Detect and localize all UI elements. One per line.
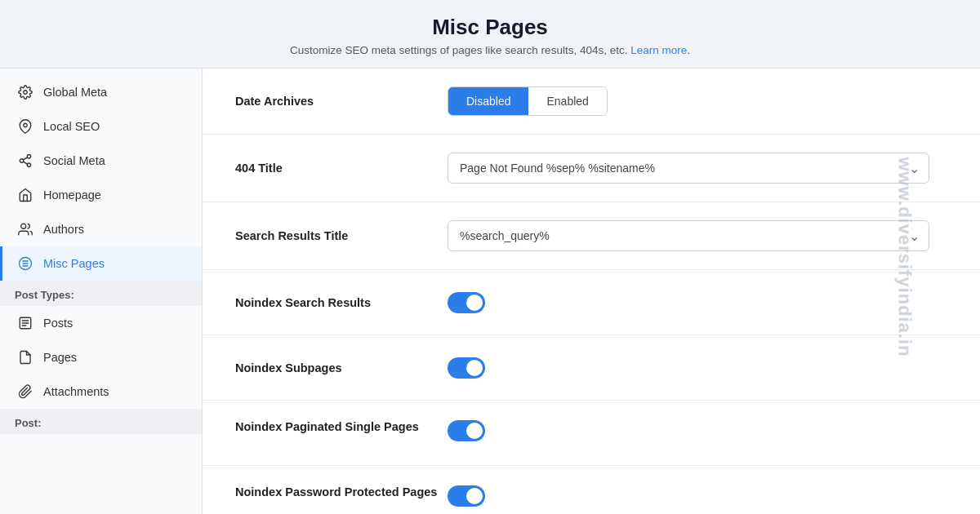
title-404-select[interactable]: Page Not Found %sep% %sitename% [448, 153, 929, 184]
page-description: Customize SEO meta settings of pages lik… [16, 44, 964, 56]
sidebar-item-authors[interactable]: Authors [0, 212, 202, 246]
toggle-thumb [466, 488, 483, 504]
toggle-track [448, 420, 485, 441]
users-icon [17, 221, 33, 237]
noindex-subpages-control [448, 357, 947, 379]
sidebar-item-label: Social Meta [43, 154, 105, 167]
svg-line-6 [23, 157, 27, 160]
date-archives-disabled-btn[interactable]: Disabled [448, 87, 528, 115]
search-results-title-select[interactable]: %search_query% [448, 220, 929, 251]
sidebar-item-label: Homepage [43, 188, 101, 202]
sidebar-item-posts[interactable]: Posts [0, 306, 202, 340]
noindex-subpages-toggle[interactable] [448, 357, 485, 379]
svg-point-7 [21, 224, 26, 228]
noindex-paginated-row: Noindex Paginated Single Pages [203, 401, 980, 466]
noindex-subpages-row: Noindex Subpages [203, 335, 980, 401]
sidebar: Global Meta Local SEO Social Meta Homepa… [0, 69, 203, 514]
date-archives-label: Date Archives [235, 95, 448, 108]
date-archives-enabled-btn[interactable]: Enabled [528, 87, 606, 115]
svg-point-1 [24, 123, 28, 127]
noindex-paginated-control [448, 420, 947, 441]
toggle-track [448, 292, 485, 313]
toggle-thumb [466, 295, 483, 311]
noindex-search-results-toggle[interactable] [448, 292, 485, 313]
date-archives-toggle-group: Disabled Enabled [448, 86, 608, 116]
sidebar-item-label: Local SEO [43, 120, 100, 133]
learn-more-link[interactable]: Learn more [630, 44, 687, 56]
post-types-section: Post Types: [0, 281, 202, 306]
page-header: Misc Pages Customize SEO meta settings o… [0, 0, 980, 69]
toggle-track [448, 485, 485, 507]
sidebar-item-pages[interactable]: Pages [0, 340, 202, 374]
toggle-track [448, 357, 485, 379]
page-title: Misc Pages [16, 15, 964, 40]
date-archives-control: Disabled Enabled [448, 86, 947, 116]
post-section: Post: [0, 409, 202, 434]
title-404-select-wrapper: Page Not Found %sep% %sitename% ⌄ [448, 153, 929, 184]
svg-line-5 [23, 162, 27, 164]
list-icon [17, 255, 33, 272]
title-404-row: 404 Title Page Not Found %sep% %sitename… [203, 135, 980, 202]
search-results-title-row: Search Results Title %search_query% ⌄ [203, 202, 980, 270]
noindex-search-results-label: Noindex Search Results [235, 296, 448, 309]
share-icon [17, 153, 33, 169]
sidebar-item-local-seo[interactable]: Local SEO [0, 109, 202, 144]
noindex-password-control [448, 485, 947, 507]
pages-icon [17, 349, 33, 366]
noindex-search-results-control [448, 292, 947, 313]
sidebar-item-social-meta[interactable]: Social Meta [0, 144, 202, 178]
content-area: Date Archives Disabled Enabled 404 Title… [203, 69, 980, 514]
sidebar-item-label: Attachments [43, 385, 109, 398]
sidebar-item-homepage[interactable]: Homepage [0, 178, 202, 212]
sidebar-item-global-meta[interactable]: Global Meta [0, 75, 202, 109]
noindex-paginated-label: Noindex Paginated Single Pages [235, 420, 448, 433]
noindex-paginated-toggle[interactable] [448, 420, 485, 441]
search-results-title-label: Search Results Title [235, 229, 448, 242]
noindex-password-row: Noindex Password Protected Pages [203, 466, 980, 514]
sidebar-item-misc-pages[interactable]: Misc Pages [0, 246, 202, 281]
title-404-control: Page Not Found %sep% %sitename% ⌄ [448, 153, 947, 184]
noindex-password-label: Noindex Password Protected Pages [235, 485, 448, 498]
sidebar-item-label: Pages [43, 351, 77, 364]
toggle-thumb [466, 360, 483, 376]
search-results-title-control: %search_query% ⌄ [448, 220, 947, 251]
sidebar-item-attachments[interactable]: Attachments [0, 374, 202, 409]
main-layout: Global Meta Local SEO Social Meta Homepa… [0, 69, 980, 514]
sidebar-item-label: Posts [43, 317, 73, 330]
noindex-password-toggle[interactable] [448, 485, 485, 507]
sidebar-item-label: Global Meta [43, 86, 107, 99]
posts-icon [17, 315, 33, 331]
gear-icon [17, 84, 33, 100]
svg-point-0 [24, 91, 28, 95]
attachment-icon [17, 383, 33, 400]
home-icon [17, 187, 33, 203]
sidebar-item-label: Misc Pages [43, 257, 105, 270]
noindex-search-results-row: Noindex Search Results [203, 270, 980, 335]
date-archives-row: Date Archives Disabled Enabled [203, 69, 980, 135]
search-results-title-select-wrapper: %search_query% ⌄ [448, 220, 929, 251]
location-icon [17, 118, 33, 135]
sidebar-item-label: Authors [43, 223, 84, 236]
title-404-label: 404 Title [235, 162, 448, 175]
noindex-subpages-label: Noindex Subpages [235, 361, 448, 374]
toggle-thumb [466, 423, 483, 439]
